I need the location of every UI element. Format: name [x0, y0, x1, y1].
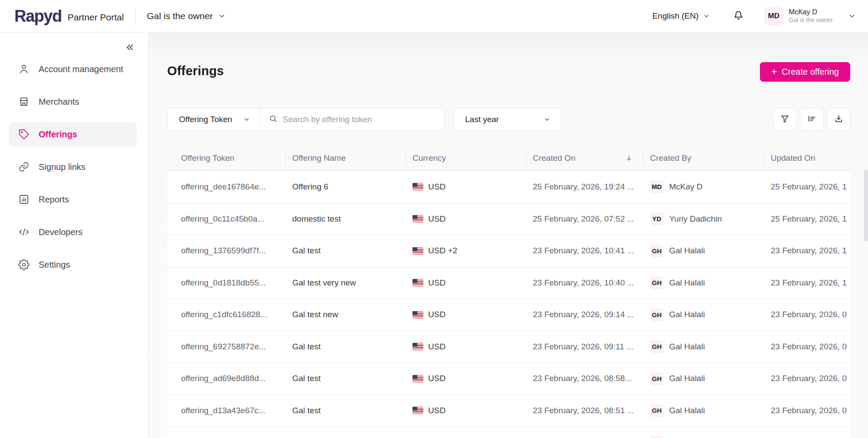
user-meta: McKay D Gal is the owner — [789, 8, 833, 24]
partner-portal-app: Rapyd Partner Portal Gal is the owner En… — [0, 0, 868, 438]
column-header-label: Updated On — [771, 153, 815, 163]
sort-list-icon — [807, 114, 817, 125]
table-row[interactable]: offering_d13a43e67c...Gal testUSD23 Febr… — [167, 395, 850, 427]
currency-code: USD — [428, 406, 446, 415]
cell-created-on: 23 February, 2026, 09:11 ... — [526, 342, 643, 352]
topbar-divider — [135, 7, 135, 25]
date-range-select[interactable]: Last year — [453, 108, 561, 131]
creator-name: Gal Halali — [669, 374, 705, 383]
creator-avatar: GH — [650, 308, 663, 322]
tag-icon — [18, 129, 30, 140]
table-row[interactable]: offering_dee167864e...Offering 6USD25 Fe… — [167, 171, 850, 203]
org-selector-dropdown[interactable]: Gal is the owner — [147, 11, 226, 21]
cell-updated-on: 23 February, 2026, 0 — [764, 374, 850, 383]
creator-avatar: MD — [650, 180, 663, 193]
chevron-down-icon — [544, 116, 551, 123]
column-header-currency[interactable]: Currency — [406, 146, 526, 170]
link-icon — [18, 161, 30, 173]
search-field-selector[interactable]: Offering Token — [168, 108, 260, 131]
sidebar-item-offerings[interactable]: Offerings — [9, 122, 137, 146]
user-icon — [18, 63, 30, 75]
vertical-scrollbar-thumb[interactable] — [864, 169, 868, 242]
table-header-row: Offering TokenOffering NameCurrencyCreat… — [167, 146, 850, 171]
currency-code: USD — [428, 374, 446, 383]
sort-button[interactable] — [800, 108, 823, 131]
sidebar-item-label: Merchants — [39, 97, 79, 107]
sidebar-item-merchants[interactable]: Merchants — [9, 90, 137, 114]
cell-created-by: GHGal Halali — [643, 436, 764, 438]
sidebar-item-developers[interactable]: Developers — [9, 220, 137, 244]
create-offering-label: Create offering — [782, 67, 839, 77]
sidebar-item-account-management[interactable]: Account management — [9, 57, 137, 81]
cell-offering-token: offering_0c11c45b0a... — [167, 214, 285, 224]
date-range-label: Last year — [465, 115, 499, 124]
cell-created-on: 25 February, 2026, 07:52 ... — [526, 214, 643, 224]
column-header-token[interactable]: Offering Token — [167, 146, 285, 170]
rapyd-logo: Rapyd — [14, 7, 62, 26]
cell-currency: USD — [406, 342, 526, 352]
gear-icon — [18, 259, 30, 270]
currency-code: USD — [428, 278, 446, 288]
table-row[interactable]: offering_ad69e8d88d...Gal testUSD23 Febr… — [167, 362, 850, 395]
search-input[interactable] — [283, 115, 437, 124]
cell-created-on: 23 February, 2026, 08:51 ... — [526, 406, 643, 415]
cell-updated-on: 25 February, 2026, 1 — [764, 182, 850, 192]
cell-updated-on: 23 February, 2026, 0 — [764, 342, 850, 352]
us-flag-icon — [413, 215, 423, 222]
cell-created-on: 23 February, 2026, 10:40 ... — [526, 278, 643, 288]
cell-created-on: 23 February, 2026, 09:14 ... — [526, 310, 643, 319]
creator-name: Gal Halali — [669, 278, 705, 288]
sidebar-item-reports[interactable]: Reports — [9, 187, 137, 212]
user-menu[interactable]: MD McKay D Gal is the owner — [764, 7, 856, 26]
currency-code: USD — [428, 182, 446, 192]
us-flag-icon — [413, 343, 423, 350]
creator-name: Gal Halali — [669, 246, 705, 256]
column-header-label: Offering Name — [292, 153, 346, 163]
column-header-created_by[interactable]: Created By — [643, 146, 764, 170]
sidebar-item-label: Developers — [39, 227, 83, 237]
double-chevron-left-icon — [125, 42, 135, 53]
cell-offering-token: offering_d13a43e67c... — [167, 406, 285, 415]
column-header-name[interactable]: Offering Name — [285, 146, 406, 170]
cell-created-by: GHGal Halali — [643, 276, 764, 289]
cell-currency: USD — [406, 406, 526, 415]
cell-currency: USD — [406, 310, 526, 319]
us-flag-icon — [413, 407, 423, 414]
column-header-created_on[interactable]: Created On — [526, 146, 643, 170]
table-row[interactable]: offering_0d1818db55...Gal test very newU… — [167, 267, 850, 299]
table-row[interactable]: offering_d9cf98cdb7...Gal testUSD23 Febr… — [167, 426, 850, 438]
chevron-down-icon — [243, 116, 250, 123]
creator-avatar: GH — [650, 372, 663, 385]
creator-avatar: GH — [650, 404, 663, 417]
plus-icon: + — [771, 66, 777, 77]
top-bar: Rapyd Partner Portal Gal is the owner En… — [0, 0, 868, 33]
search-combo: Offering Token — [167, 108, 445, 131]
table-row[interactable]: offering_1376599df7f...Gal testUSD +223 … — [167, 235, 850, 267]
sidebar-collapse-button[interactable] — [125, 42, 135, 53]
cell-currency: USD — [406, 214, 526, 224]
cell-offering-token: offering_1376599df7f... — [167, 246, 285, 256]
language-selector[interactable]: English (EN) — [652, 11, 710, 21]
sort-desc-arrow-icon — [625, 154, 633, 162]
sidebar-item-signup-links[interactable]: Signup links — [9, 155, 137, 179]
filter-button[interactable] — [773, 108, 796, 131]
language-label: English (EN) — [652, 11, 699, 21]
user-role: Gal is the owner — [789, 17, 833, 24]
create-offering-button[interactable]: + Create offering — [760, 62, 850, 82]
table-row[interactable]: offering_692758872e...Gal testUSD23 Febr… — [167, 331, 850, 363]
column-header-updated_on[interactable]: Updated On — [764, 146, 850, 170]
cell-offering-name: Gal test very new — [285, 278, 406, 288]
table-row[interactable]: offering_0c11c45b0a...domestic testUSD25… — [167, 203, 850, 235]
search-icon — [269, 114, 277, 125]
sidebar-item-settings[interactable]: Settings — [9, 252, 137, 277]
cell-created-by: GHGal Halali — [643, 372, 764, 385]
sidebar-item-label: Offerings — [39, 129, 77, 139]
currency-code: USD — [428, 214, 446, 224]
notifications-button[interactable] — [733, 10, 744, 23]
column-header-label: Currency — [413, 153, 446, 163]
cell-offering-token: offering_dee167864e... — [167, 182, 285, 192]
cell-updated-on: 25 February, 2026, 1 — [764, 214, 850, 224]
download-button[interactable] — [827, 108, 850, 131]
table-row[interactable]: offering_c1dfc616828...Gal test newUSD23… — [167, 299, 850, 331]
product-name: Partner Portal — [68, 12, 124, 23]
